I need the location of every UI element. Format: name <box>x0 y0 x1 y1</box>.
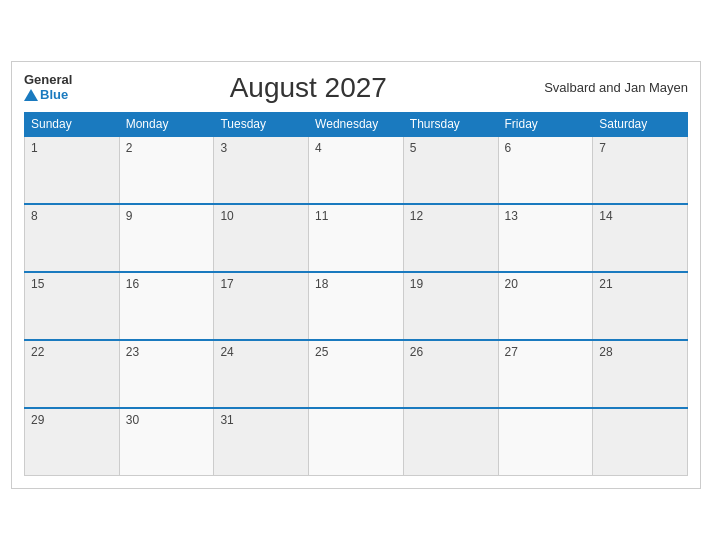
calendar-day-cell: 23 <box>119 340 214 408</box>
calendar-week-row: 15161718192021 <box>25 272 688 340</box>
day-number: 25 <box>315 345 328 359</box>
header-monday: Monday <box>119 112 214 136</box>
day-number: 15 <box>31 277 44 291</box>
day-number: 31 <box>220 413 233 427</box>
day-number: 21 <box>599 277 612 291</box>
day-number: 10 <box>220 209 233 223</box>
calendar-day-cell: 3 <box>214 136 309 204</box>
day-number: 8 <box>31 209 38 223</box>
calendar-day-cell <box>309 408 404 476</box>
calendar-table: Sunday Monday Tuesday Wednesday Thursday… <box>24 112 688 477</box>
logo-blue-text: Blue <box>24 88 68 102</box>
day-number: 11 <box>315 209 328 223</box>
calendar-day-cell: 1 <box>25 136 120 204</box>
calendar-day-cell: 21 <box>593 272 688 340</box>
calendar-region: Svalbard and Jan Mayen <box>544 80 688 95</box>
day-number: 14 <box>599 209 612 223</box>
calendar-day-cell: 28 <box>593 340 688 408</box>
calendar-day-cell: 2 <box>119 136 214 204</box>
day-number: 29 <box>31 413 44 427</box>
day-number: 28 <box>599 345 612 359</box>
calendar-day-cell: 29 <box>25 408 120 476</box>
day-number: 13 <box>505 209 518 223</box>
day-number: 9 <box>126 209 133 223</box>
calendar-body: 1234567891011121314151617181920212223242… <box>25 136 688 476</box>
header-tuesday: Tuesday <box>214 112 309 136</box>
day-number: 1 <box>31 141 38 155</box>
day-number: 23 <box>126 345 139 359</box>
calendar-day-cell: 27 <box>498 340 593 408</box>
day-number: 30 <box>126 413 139 427</box>
calendar-day-cell: 30 <box>119 408 214 476</box>
calendar-week-row: 22232425262728 <box>25 340 688 408</box>
calendar-day-cell <box>593 408 688 476</box>
day-number: 26 <box>410 345 423 359</box>
calendar-container: General Blue August 2027 Svalbard and Ja… <box>11 61 701 490</box>
calendar-day-cell: 19 <box>403 272 498 340</box>
logo-blue-label: Blue <box>40 88 68 102</box>
day-number: 18 <box>315 277 328 291</box>
header-sunday: Sunday <box>25 112 120 136</box>
logo-triangle-icon <box>24 89 38 101</box>
calendar-week-row: 1234567 <box>25 136 688 204</box>
calendar-day-cell: 24 <box>214 340 309 408</box>
header-thursday: Thursday <box>403 112 498 136</box>
calendar-day-cell <box>403 408 498 476</box>
day-number: 2 <box>126 141 133 155</box>
calendar-day-cell: 8 <box>25 204 120 272</box>
calendar-day-cell: 14 <box>593 204 688 272</box>
weekday-header-row: Sunday Monday Tuesday Wednesday Thursday… <box>25 112 688 136</box>
calendar-day-cell: 6 <box>498 136 593 204</box>
day-number: 5 <box>410 141 417 155</box>
day-number: 6 <box>505 141 512 155</box>
day-number: 7 <box>599 141 606 155</box>
header-saturday: Saturday <box>593 112 688 136</box>
calendar-day-cell: 5 <box>403 136 498 204</box>
header-friday: Friday <box>498 112 593 136</box>
header-wednesday: Wednesday <box>309 112 404 136</box>
calendar-day-cell: 7 <box>593 136 688 204</box>
calendar-day-cell: 16 <box>119 272 214 340</box>
calendar-header: General Blue August 2027 Svalbard and Ja… <box>24 72 688 104</box>
calendar-week-row: 293031 <box>25 408 688 476</box>
day-number: 17 <box>220 277 233 291</box>
day-number: 19 <box>410 277 423 291</box>
calendar-day-cell: 31 <box>214 408 309 476</box>
calendar-day-cell: 4 <box>309 136 404 204</box>
calendar-day-cell: 9 <box>119 204 214 272</box>
day-number: 20 <box>505 277 518 291</box>
day-number: 3 <box>220 141 227 155</box>
calendar-day-cell <box>498 408 593 476</box>
logo: General Blue <box>24 73 72 102</box>
calendar-day-cell: 12 <box>403 204 498 272</box>
day-number: 22 <box>31 345 44 359</box>
calendar-title: August 2027 <box>72 72 544 104</box>
calendar-day-cell: 26 <box>403 340 498 408</box>
calendar-week-row: 891011121314 <box>25 204 688 272</box>
calendar-day-cell: 22 <box>25 340 120 408</box>
calendar-day-cell: 20 <box>498 272 593 340</box>
day-number: 27 <box>505 345 518 359</box>
calendar-day-cell: 11 <box>309 204 404 272</box>
calendar-day-cell: 17 <box>214 272 309 340</box>
calendar-day-cell: 25 <box>309 340 404 408</box>
day-number: 16 <box>126 277 139 291</box>
logo-general-text: General <box>24 73 72 87</box>
day-number: 24 <box>220 345 233 359</box>
calendar-day-cell: 10 <box>214 204 309 272</box>
day-number: 12 <box>410 209 423 223</box>
calendar-day-cell: 18 <box>309 272 404 340</box>
calendar-day-cell: 13 <box>498 204 593 272</box>
calendar-day-cell: 15 <box>25 272 120 340</box>
day-number: 4 <box>315 141 322 155</box>
